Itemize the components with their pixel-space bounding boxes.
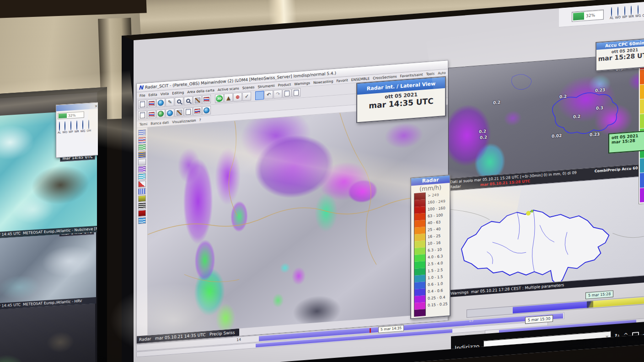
region-button[interactable] — [175, 108, 183, 117]
map-theme-button[interactable] — [156, 98, 165, 107]
layer-toggle-icon[interactable] — [138, 159, 146, 165]
confirm-button[interactable]: ✓ — [242, 92, 251, 101]
refresh-icon[interactable]: ↻ — [615, 333, 620, 339]
menu-product[interactable]: Product — [278, 82, 291, 87]
layer-toggle-icon[interactable] — [138, 195, 146, 202]
paste-button[interactable] — [292, 88, 301, 97]
address-input[interactable]: ∨ — [483, 331, 611, 351]
chevron-up-icon[interactable]: ^ — [623, 332, 628, 338]
menu-banca-dati[interactable]: Banca dati — [150, 120, 169, 126]
status-button[interactable] — [638, 5, 639, 15]
left-monitor-bottom-map[interactable] — [0, 303, 95, 362]
print-button[interactable] — [184, 107, 193, 116]
menu-crosssections[interactable]: CrossSections — [373, 74, 397, 80]
europe-view-button[interactable] — [166, 108, 174, 117]
menu-area-della-carta[interactable]: Area della carta — [187, 88, 215, 94]
zoom-out-button[interactable] — [184, 96, 193, 105]
copy-button[interactable] — [283, 89, 291, 98]
pan-button[interactable] — [193, 96, 202, 105]
menu-temi[interactable]: Temi — [140, 122, 147, 126]
speaker-muted-icon[interactable]: ◄× — [643, 330, 644, 337]
new-file-button[interactable] — [138, 100, 147, 109]
dropdown-icon[interactable]: ∨ — [605, 334, 608, 339]
selected-mode-button[interactable] — [255, 91, 264, 100]
animate-button[interactable] — [202, 106, 211, 115]
menu-visualizzazion[interactable]: Visualizzazion — [172, 118, 196, 124]
accu-value: 0.2 — [480, 135, 487, 140]
status-button[interactable] — [611, 7, 612, 16]
layer-toggle-icon[interactable] — [138, 144, 146, 151]
timeline-elapsed-bar[interactable] — [513, 301, 591, 314]
status-button[interactable] — [70, 121, 71, 130]
layer-toggle-icon[interactable] — [138, 166, 146, 173]
menu-editing[interactable]: Editing — [172, 90, 184, 95]
measure-button[interactable] — [202, 95, 211, 104]
display-icon[interactable] — [632, 331, 639, 337]
menu-auto[interactable]: Auto — [438, 70, 445, 75]
status-button[interactable] — [631, 5, 632, 15]
switzerland-outline — [449, 176, 644, 290]
alerts-dialog[interactable]: × 32% AL WO WP WR WG OM — [56, 102, 100, 158]
status-button[interactable] — [624, 6, 625, 16]
satellite-image-hrv[interactable]: mar 14:45 UTC mar 14:45 UTC METEOSAT Eur… — [0, 232, 96, 310]
tools-icon — [195, 97, 200, 103]
layer-toggle-icon[interactable] — [138, 181, 146, 187]
menu-strumenti[interactable]: Strumenti — [258, 83, 274, 89]
pencil-icon: ✎ — [168, 99, 172, 106]
draw-button[interactable]: ✎ — [166, 97, 174, 106]
layer-toggle-icon[interactable] — [138, 188, 146, 195]
timeline-cursor[interactable] — [587, 301, 593, 308]
layers-button[interactable] — [147, 110, 156, 119]
terrain-button[interactable]: ▲ — [224, 93, 233, 102]
timeline-tick: 14 — [236, 337, 241, 342]
status-button[interactable] — [76, 121, 77, 130]
globe-icon — [167, 110, 173, 117]
timeline-cursor[interactable] — [370, 328, 371, 333]
radar-precipitation-map[interactable] — [148, 105, 448, 335]
switzerland-warnings-map[interactable] — [448, 176, 644, 290]
menu-edita[interactable]: Edita — [149, 92, 157, 97]
open-file-button[interactable] — [147, 99, 156, 108]
redo-button[interactable]: ↷ — [274, 90, 282, 99]
layer-toggle-icon[interactable] — [138, 202, 146, 209]
layer-toggle-icon[interactable] — [138, 137, 146, 144]
status-button[interactable] — [59, 122, 60, 131]
menu-tools[interactable]: Tools — [426, 71, 435, 76]
close-icon[interactable]: × — [94, 103, 98, 108]
menu-help[interactable]: ? — [199, 117, 201, 122]
menu-favorit[interactable]: Favorit — [336, 78, 348, 83]
right-timeline[interactable] — [467, 295, 644, 318]
menu-ensemble[interactable]: ENSEMBLE — [351, 76, 370, 82]
view-3d-button[interactable]: 3D — [215, 94, 224, 103]
status-button[interactable] — [617, 6, 618, 16]
menu-scenes[interactable]: Scenes — [242, 85, 255, 90]
status-button[interactable] — [82, 120, 83, 130]
layer-toggle-icon[interactable] — [138, 151, 146, 158]
save-button[interactable] — [138, 111, 147, 120]
palette-button[interactable] — [193, 106, 202, 116]
layer-toggle-icon[interactable] — [138, 173, 146, 180]
status-button[interactable] — [88, 120, 89, 129]
floppy-icon — [140, 112, 145, 118]
status-button[interactable] — [64, 121, 65, 131]
menu-active-scans[interactable]: Active scans — [218, 86, 239, 92]
menu-nowcasting[interactable]: Nowcasting — [313, 79, 333, 85]
layer-toggle-icon[interactable] — [138, 217, 146, 224]
zoom-in-button[interactable] — [175, 97, 183, 106]
paste-icon — [294, 90, 299, 96]
world-view-button[interactable] — [156, 109, 165, 118]
menu-file[interactable]: File — [140, 93, 145, 98]
right-timeline-label-bottom: 5 mar 15:30 — [525, 315, 553, 324]
accu-precipitation-map[interactable]: 0.2 0.2 0.23 0.3 0.2 0.02 0.23 0.3 0.2 0… — [448, 53, 644, 179]
menu-warnings[interactable]: Warnings — [294, 81, 310, 86]
layer-toggle-icon[interactable] — [138, 129, 146, 136]
menu-favorits-saint[interactable]: Favorits/saint — [400, 72, 423, 78]
globe-icon — [158, 100, 164, 106]
layer-toggle-icon[interactable] — [138, 210, 146, 217]
alerts-dialog-titlebar[interactable]: × — [56, 103, 99, 112]
undo-button[interactable]: ↶ — [264, 90, 273, 99]
target-button[interactable]: ⊕ — [233, 92, 242, 101]
progress-percent: 32% — [586, 13, 595, 18]
address-label: Indirizzo — [455, 343, 480, 351]
menu-vista[interactable]: Vista — [161, 91, 169, 96]
